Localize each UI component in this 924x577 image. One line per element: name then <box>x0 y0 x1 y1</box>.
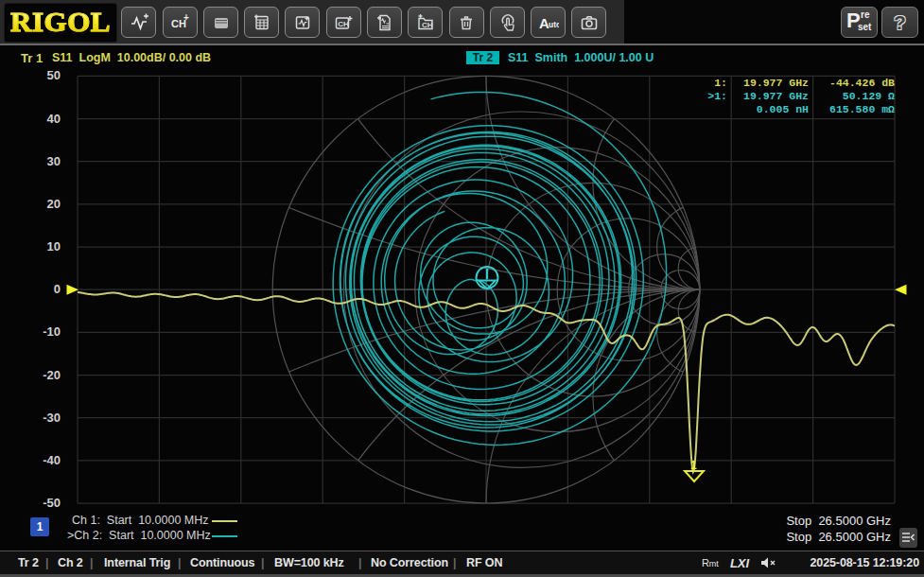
svg-text:1: 1 <box>690 459 697 472</box>
